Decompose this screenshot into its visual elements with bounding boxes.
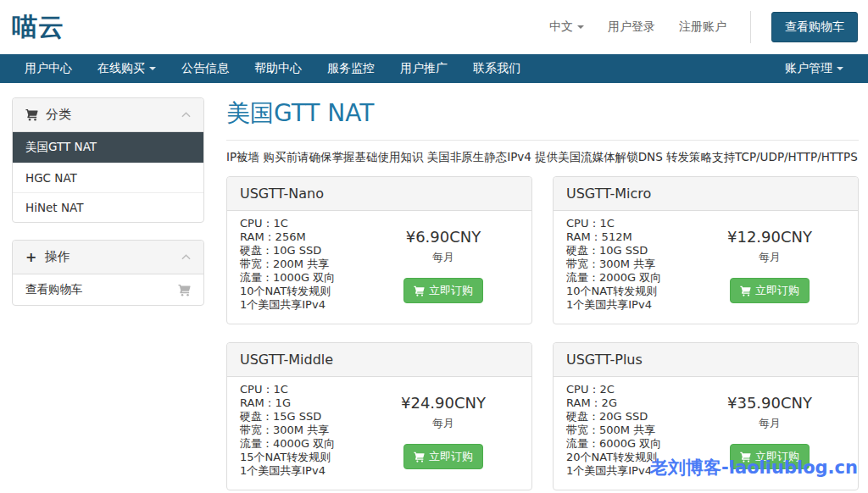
order-now-button[interactable]: 立即订购 — [730, 278, 810, 303]
main-panel: 美国GTT NAT IP被墙 购买前请确保掌握基础使用知识 美国非原生静态IPv… — [226, 97, 859, 490]
spec-line: 1个美国共享IPv4 — [240, 464, 335, 478]
sidebar-view-cart-label: 查看购物车 — [25, 282, 83, 297]
product-specs: CPU：2C RAM：2G 硬盘：20G SSD 带宽：500M 共享 流量：6… — [566, 383, 661, 478]
spec-line: CPU：1C — [566, 217, 661, 230]
spec-line: 带宽：300M 共享 — [240, 424, 335, 437]
purchase-block: ¥6.90CNY 每月 立即订购 — [368, 217, 519, 312]
actions-title: 操作 — [44, 249, 70, 265]
nav-user-center[interactable]: 用户中心 — [12, 54, 85, 83]
spec-line: CPU：2C — [566, 383, 661, 396]
spec-line: RAM：1G — [240, 396, 335, 410]
spec-line: 流量：1000G 双向 — [240, 271, 335, 285]
sidebar: 分类 美国GTT NAT HGC NAT HiNet NAT + 操作 查看购物… — [12, 97, 204, 323]
language-label: 中文 — [549, 19, 573, 35]
spec-line: 10个NAT转发规则 — [566, 285, 661, 298]
cart-icon — [178, 284, 191, 296]
nav-online-buy-label: 在线购买 — [97, 61, 145, 76]
product-name: USGTT-Plus — [554, 343, 858, 377]
content-area: 分类 美国GTT NAT HGC NAT HiNet NAT + 操作 查看购物… — [0, 83, 868, 490]
product-price: ¥12.90CNY — [694, 228, 845, 246]
register-link[interactable]: 注册账户 — [679, 19, 726, 35]
purchase-block: ¥24.90CNY 每月 立即订购 — [368, 383, 519, 478]
product-card-usgtt-middle: USGTT-Middle CPU：1C RAM：1G 硬盘：15G SSD 带宽… — [226, 342, 532, 490]
product-body: CPU：1C RAM：512M 硬盘：10G SSD 带宽：300M 共享 流量… — [554, 211, 858, 324]
categories-panel-header[interactable]: 分类 — [13, 98, 203, 132]
spec-line: 20个NAT转发规则 — [566, 451, 661, 464]
order-now-label: 立即订购 — [429, 449, 473, 464]
header-links: 中文 用户登录 注册账户 查看购物车 — [549, 11, 858, 43]
spec-line: 硬盘：10G SSD — [240, 244, 335, 258]
billing-cycle: 每月 — [368, 250, 519, 265]
product-grid: USGTT-Nano CPU：1C RAM：256M 硬盘：10G SSD 带宽… — [226, 176, 859, 490]
caret-down-icon — [837, 67, 843, 70]
spec-line: RAM：2G — [566, 396, 661, 410]
spec-line: RAM：512M — [566, 230, 661, 244]
view-cart-button[interactable]: 查看购物车 — [771, 12, 858, 42]
spec-line: 硬盘：15G SSD — [240, 410, 335, 424]
product-body: CPU：1C RAM：256M 硬盘：10G SSD 带宽：200M 共享 流量… — [227, 211, 531, 324]
billing-cycle: 每月 — [694, 416, 845, 431]
sidebar-item-usgtt-nat[interactable]: 美国GTT NAT — [13, 132, 203, 163]
page-title: 美国GTT NAT — [226, 97, 859, 141]
sidebar-item-hinet-nat[interactable]: HiNet NAT — [13, 193, 203, 222]
order-now-button[interactable]: 立即订购 — [403, 278, 483, 303]
nav-help-center[interactable]: 帮助中心 — [242, 54, 314, 83]
sidebar-view-cart[interactable]: 查看购物车 — [13, 274, 203, 305]
categories-panel: 分类 美国GTT NAT HGC NAT HiNet NAT — [12, 97, 204, 223]
language-dropdown[interactable]: 中文 — [549, 19, 584, 35]
header-divider — [750, 11, 751, 43]
product-specs: CPU：1C RAM：512M 硬盘：10G SSD 带宽：300M 共享 流量… — [566, 217, 661, 312]
main-navbar: 用户中心 在线购买 公告信息 帮助中心 服务监控 用户推广 联系我们 账户管理 — [0, 54, 868, 83]
order-now-button[interactable]: 立即订购 — [403, 444, 483, 469]
billing-cycle: 每月 — [694, 250, 845, 265]
spec-line: 1个美国共享IPv4 — [566, 464, 661, 478]
cart-icon — [25, 108, 38, 121]
product-price: ¥24.90CNY — [368, 394, 519, 412]
spec-line: 流量：6000G 双向 — [566, 437, 661, 451]
spec-line: CPU：1C — [240, 383, 335, 396]
caret-down-icon — [149, 67, 156, 70]
nav-service-monitor[interactable]: 服务监控 — [314, 54, 387, 83]
product-body: CPU：1C RAM：1G 硬盘：15G SSD 带宽：300M 共享 流量：4… — [227, 377, 531, 490]
product-price: ¥35.90CNY — [694, 394, 845, 412]
cart-icon — [414, 451, 425, 463]
product-card-usgtt-nano: USGTT-Nano CPU：1C RAM：256M 硬盘：10G SSD 带宽… — [226, 176, 532, 324]
chevron-up-icon — [181, 254, 191, 260]
purchase-block: ¥12.90CNY 每月 立即订购 — [694, 217, 845, 312]
sidebar-item-hgc-nat[interactable]: HGC NAT — [13, 163, 203, 193]
spec-line: 带宽：300M 共享 — [566, 258, 661, 271]
site-logo[interactable]: 喵云 — [12, 10, 64, 45]
product-name: USGTT-Nano — [227, 177, 531, 211]
actions-panel: + 操作 查看购物车 — [12, 240, 204, 306]
spec-line: 1个美国共享IPv4 — [566, 298, 661, 312]
plus-icon: + — [25, 251, 36, 264]
spec-line: 硬盘：10G SSD — [566, 244, 661, 258]
order-now-label: 立即订购 — [429, 283, 473, 298]
spec-line: 流量：2000G 双向 — [566, 271, 661, 285]
nav-contact-us[interactable]: 联系我们 — [460, 54, 533, 83]
watermark: 老刘博客-laoliublog.cn — [650, 456, 858, 479]
nav-announcements[interactable]: 公告信息 — [169, 54, 242, 83]
group-description: IP被墙 购买前请确保掌握基础使用知识 美国非原生静态IPv4 提供美国流媒体解… — [226, 150, 859, 165]
actions-panel-header[interactable]: + 操作 — [13, 241, 203, 274]
product-price: ¥6.90CNY — [368, 228, 519, 246]
billing-cycle: 每月 — [368, 416, 519, 431]
chevron-up-icon — [181, 112, 191, 118]
product-specs: CPU：1C RAM：256M 硬盘：10G SSD 带宽：200M 共享 流量… — [240, 217, 335, 312]
caret-down-icon — [577, 25, 584, 29]
top-header: 喵云 中文 用户登录 注册账户 查看购物车 — [0, 0, 868, 54]
login-link[interactable]: 用户登录 — [608, 19, 655, 35]
spec-line: CPU：1C — [240, 217, 335, 230]
nav-online-buy[interactable]: 在线购买 — [85, 54, 169, 83]
spec-line: 15个NAT转发规则 — [240, 451, 335, 464]
spec-line: 带宽：200M 共享 — [240, 258, 335, 271]
product-name: USGTT-Middle — [227, 343, 531, 377]
spec-line: 流量：4000G 双向 — [240, 437, 335, 451]
spec-line: 10个NAT转发规则 — [240, 285, 335, 298]
nav-account-dropdown[interactable]: 账户管理 — [772, 54, 856, 83]
product-specs: CPU：1C RAM：1G 硬盘：15G SSD 带宽：300M 共享 流量：4… — [240, 383, 335, 478]
nav-affiliate[interactable]: 用户推广 — [387, 54, 460, 83]
cart-icon — [414, 285, 425, 296]
spec-line: 硬盘：20G SSD — [566, 410, 661, 424]
categories-title: 分类 — [46, 107, 71, 123]
